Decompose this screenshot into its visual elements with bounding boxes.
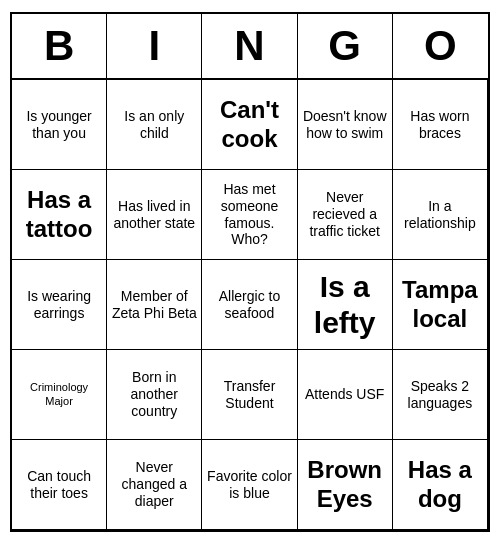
bingo-cell-11[interactable]: Member of Zeta Phi Beta: [107, 260, 202, 350]
header-g: G: [298, 14, 393, 78]
bingo-cell-16[interactable]: Born in another country: [107, 350, 202, 440]
bingo-cell-20[interactable]: Can touch their toes: [12, 440, 107, 530]
bingo-header: B I N G O: [12, 14, 488, 80]
bingo-card: B I N G O Is younger than youIs an only …: [10, 12, 490, 532]
bingo-cell-9[interactable]: In a relationship: [393, 170, 488, 260]
bingo-cell-23[interactable]: Brown Eyes: [298, 440, 393, 530]
bingo-cell-0[interactable]: Is younger than you: [12, 80, 107, 170]
bingo-cell-19[interactable]: Speaks 2 languages: [393, 350, 488, 440]
header-n: N: [202, 14, 297, 78]
bingo-grid: Is younger than youIs an only childCan't…: [12, 80, 488, 530]
bingo-cell-10[interactable]: Is wearing earrings: [12, 260, 107, 350]
bingo-cell-18[interactable]: Attends USF: [298, 350, 393, 440]
bingo-cell-8[interactable]: Never recieved a traffic ticket: [298, 170, 393, 260]
bingo-cell-7[interactable]: Has met someone famous. Who?: [202, 170, 297, 260]
bingo-cell-17[interactable]: Transfer Student: [202, 350, 297, 440]
bingo-cell-4[interactable]: Has worn braces: [393, 80, 488, 170]
bingo-cell-13[interactable]: Is a lefty: [298, 260, 393, 350]
bingo-cell-21[interactable]: Never changed a diaper: [107, 440, 202, 530]
header-b: B: [12, 14, 107, 78]
bingo-cell-3[interactable]: Doesn't know how to swim: [298, 80, 393, 170]
bingo-cell-14[interactable]: Tampa local: [393, 260, 488, 350]
bingo-cell-6[interactable]: Has lived in another state: [107, 170, 202, 260]
bingo-cell-2[interactable]: Can't cook: [202, 80, 297, 170]
bingo-cell-1[interactable]: Is an only child: [107, 80, 202, 170]
bingo-cell-5[interactable]: Has a tattoo: [12, 170, 107, 260]
header-o: O: [393, 14, 488, 78]
bingo-cell-22[interactable]: Favorite color is blue: [202, 440, 297, 530]
header-i: I: [107, 14, 202, 78]
bingo-cell-24[interactable]: Has a dog: [393, 440, 488, 530]
bingo-cell-12[interactable]: Allergic to seafood: [202, 260, 297, 350]
bingo-cell-15[interactable]: Criminology Major: [12, 350, 107, 440]
